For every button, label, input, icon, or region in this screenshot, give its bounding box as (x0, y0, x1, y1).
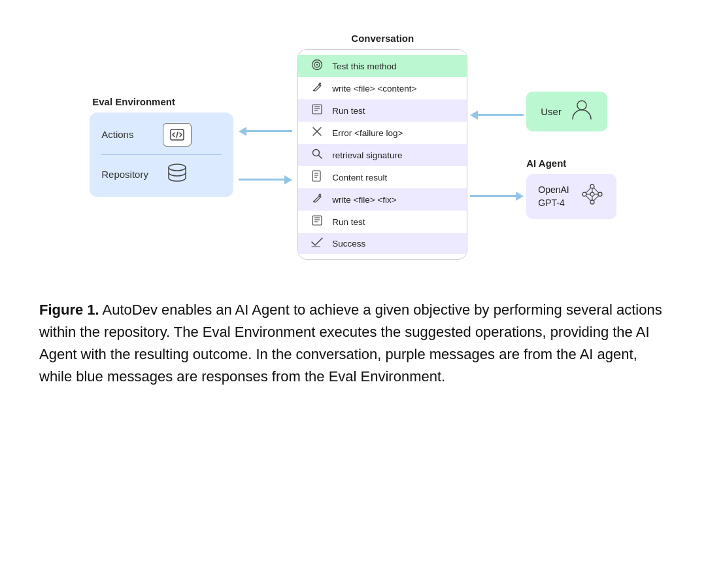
arrow-from-eval (239, 175, 292, 184)
svg-line-36 (594, 196, 599, 201)
svg-point-5 (316, 64, 318, 65)
figure-caption: Figure 1. AutoDev enables an AI Agent to… (39, 299, 667, 388)
eval-env-label: Eval Environment (92, 96, 175, 107)
conversation-column: Conversation Test this method (297, 33, 467, 260)
conversation-box: Test this method write <file> <content> (297, 49, 467, 260)
right-column: User AI Agent OpenAIGPT-4 (526, 92, 616, 219)
svg-line-34 (594, 188, 599, 193)
conv-row-2: write <file> <content> (298, 77, 467, 99)
actions-row: Actions (101, 123, 222, 147)
list-icon (310, 103, 324, 118)
openai-box: OpenAIGPT-4 (526, 174, 616, 219)
target-icon (310, 59, 324, 73)
conv-row-7: write <file> <fix> (298, 188, 467, 211)
arrow-head-left-1 (239, 127, 246, 136)
arrow-line-1 (246, 130, 292, 132)
user-box: User (526, 92, 607, 131)
arrow-line-4 (470, 195, 516, 197)
write2-icon (310, 192, 324, 207)
ai-agent-label: AI Agent (526, 158, 566, 169)
arrow-head-right-1 (284, 175, 292, 184)
repository-row: Repository (101, 163, 222, 186)
conv-row-4: Error <failure log> (298, 122, 467, 144)
eval-divider (101, 154, 222, 155)
svg-point-25 (590, 184, 594, 188)
ai-agent-section: AI Agent OpenAIGPT-4 (526, 158, 616, 219)
error-icon (310, 126, 324, 140)
arrow-head-left-2 (470, 111, 478, 120)
doc-icon (310, 170, 324, 184)
svg-point-27 (598, 192, 602, 196)
conversation-label: Conversation (351, 33, 414, 44)
search-icon (310, 148, 324, 162)
conv-text-7: write <file> <fix> (332, 195, 396, 205)
conv-row-9: Success (298, 233, 467, 254)
caption-bold: Figure 1. (39, 302, 99, 318)
svg-line-33 (586, 188, 591, 193)
actions-icon (163, 123, 192, 147)
repository-label: Repository (101, 169, 154, 180)
check-icon (310, 237, 324, 250)
write-icon (310, 81, 324, 95)
eval-environment: Eval Environment Actions Repository (90, 96, 233, 197)
conv-text-6: Content result (332, 173, 387, 182)
svg-rect-14 (312, 171, 320, 181)
conv-text-5: retrieval signature (332, 150, 402, 160)
svg-line-35 (586, 196, 591, 201)
svg-point-24 (582, 192, 586, 196)
conv-row-5: retrieval signature (298, 144, 467, 166)
svg-point-26 (590, 200, 594, 204)
arrow-to-agent (470, 192, 524, 201)
svg-point-28 (590, 192, 594, 196)
conv-text-1: Test this method (332, 61, 396, 71)
right-arrows (470, 111, 524, 201)
conv-text-8: Run test (332, 217, 365, 227)
conv-text-3: Run test (332, 106, 365, 116)
eval-env-box: Actions Repository (90, 112, 233, 197)
actions-label: Actions (101, 129, 154, 140)
arrow-line-2 (239, 179, 284, 181)
svg-rect-6 (312, 105, 322, 114)
user-label: User (541, 106, 562, 117)
arrow-from-user (470, 111, 524, 120)
conv-text-4: Error <failure log> (332, 128, 403, 138)
svg-line-1 (176, 132, 178, 137)
svg-line-13 (319, 156, 322, 159)
openai-text: OpenAIGPT-4 (538, 184, 569, 209)
left-arrows (239, 127, 292, 184)
list2-icon (310, 215, 324, 229)
conv-text-9: Success (332, 239, 365, 249)
caption-text: AutoDev enables an AI Agent to achieve a… (39, 302, 662, 385)
conv-row-8: Run test (298, 211, 467, 233)
svg-rect-18 (312, 216, 322, 225)
svg-point-23 (577, 101, 586, 110)
arrow-head-right-2 (516, 192, 524, 201)
conv-row-3: Run test (298, 99, 467, 122)
conv-row-6: Content result (298, 166, 467, 188)
conv-row-1: Test this method (298, 55, 467, 77)
arrow-to-eval (239, 127, 292, 136)
repository-icon (163, 163, 192, 186)
user-icon (571, 98, 593, 125)
svg-point-2 (169, 164, 186, 171)
arrow-line-3 (478, 114, 524, 116)
conv-text-2: write <file> <content> (332, 84, 416, 94)
diagram-area: Eval Environment Actions Repository (39, 20, 667, 273)
openai-icon (580, 182, 605, 211)
